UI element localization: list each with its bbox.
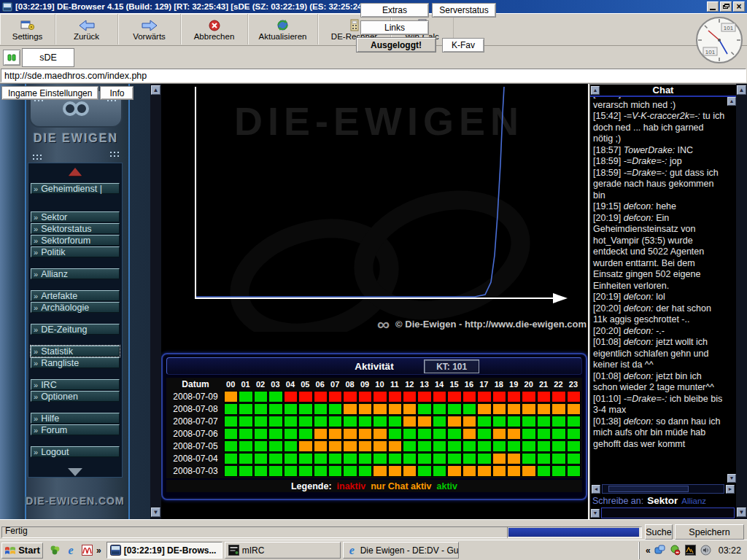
activity-cell <box>477 391 491 402</box>
refresh-button[interactable]: Aktualisieren <box>248 14 318 44</box>
scroll-up-triangle-icon[interactable] <box>69 168 82 176</box>
sidebar-item-sektorstatus[interactable]: »Sektorstatus <box>31 223 120 234</box>
sidebar-item-archäologie[interactable]: »Archäologie <box>31 302 120 313</box>
messenger-icon[interactable] <box>654 545 666 556</box>
write-target-sektor[interactable]: Sektor <box>647 495 678 506</box>
scroll-up-button[interactable]: ▲ <box>727 97 736 106</box>
start-button[interactable]: Start <box>1 542 43 559</box>
scroll-up-button[interactable]: ▲ <box>737 85 746 95</box>
activity-cell <box>298 465 312 477</box>
activity-cell <box>284 440 298 452</box>
sidebar-item-allianz[interactable]: »Allianz <box>31 268 120 279</box>
sidebar-item-logout[interactable]: »Logout <box>31 446 120 457</box>
write-target-allianz[interactable]: Allianz <box>681 497 706 505</box>
activity-date: 2008-07-03 <box>168 465 223 477</box>
activity-cell <box>224 440 238 452</box>
activity-cell <box>433 428 446 440</box>
winamp-icon[interactable] <box>80 544 93 556</box>
sidebar-item-sektorforum[interactable]: »Sektorforum <box>31 235 120 246</box>
sidebar-item-optionen[interactable]: »Optionen <box>31 391 120 402</box>
activity-cell <box>254 440 268 452</box>
hour-header: 02 <box>253 378 268 390</box>
hour-header: 17 <box>476 378 491 390</box>
legend-item: inaktiv <box>337 481 366 491</box>
task-mirc[interactable]: mIRC <box>225 542 341 559</box>
settings-button[interactable]: Settings <box>0 14 55 44</box>
sidebar-item-rangliste[interactable]: »Rangliste <box>31 357 120 368</box>
activity-cell <box>477 465 491 477</box>
activity-chart <box>161 84 588 332</box>
scroll-down-button[interactable]: ▼ <box>151 508 160 517</box>
hscroll-thumb[interactable] <box>608 486 689 492</box>
forward-arrow-icon <box>142 18 158 31</box>
activity-cell <box>388 403 402 415</box>
sidebar-item-irc[interactable]: »IRC <box>31 379 120 390</box>
k-fav-button[interactable]: K-Fav <box>442 38 484 52</box>
internet-explorer-icon[interactable]: e <box>64 544 77 556</box>
legend-item: nur Chat aktiv <box>371 481 431 491</box>
scroll-up-button[interactable]: ▲ <box>151 85 160 95</box>
activity-cell <box>433 440 446 452</box>
toolbar-right-cluster: Extras Serverstatus Links Ausgeloggt! K-… <box>356 3 499 67</box>
activity-cell <box>239 440 252 452</box>
suche-button[interactable]: Suche <box>645 524 673 540</box>
chevron-right-icon: » <box>34 414 38 423</box>
sidebar-item-geheimdienst[interactable]: »Geheimdienst | <box>31 183 120 194</box>
winamp-tray-icon[interactable] <box>685 545 697 556</box>
minimize-button[interactable] <box>707 1 719 12</box>
activity-cell <box>447 465 461 477</box>
icq-status-icon[interactable] <box>670 545 681 556</box>
quicklaunch-overflow-chevron[interactable]: » <box>96 545 101 556</box>
activity-cell <box>567 391 581 402</box>
tray-overflow-chevron[interactable]: « <box>646 545 651 556</box>
hscroll-track[interactable] <box>602 484 724 494</box>
forward-button[interactable]: Vorwärts <box>118 14 181 44</box>
chat-scroll-up-button[interactable]: ▲ <box>591 86 600 95</box>
chat-input[interactable] <box>601 508 735 518</box>
volume-icon[interactable] <box>700 545 712 556</box>
activity-cell <box>284 465 298 477</box>
activity-cell <box>522 391 535 402</box>
serverstatus-button[interactable]: Serverstatus <box>432 3 496 18</box>
scroll-down-button[interactable]: ▼ <box>727 474 736 483</box>
activity-cell <box>224 391 238 402</box>
scroll-down-button[interactable]: ▼ <box>737 508 746 517</box>
links-button[interactable]: Links <box>360 20 429 35</box>
sidebar-item-artefakte[interactable]: »Artefakte <box>31 290 120 301</box>
close-button[interactable]: × <box>733 1 745 12</box>
tab-sde[interactable]: sDE <box>22 48 74 67</box>
info-button[interactable]: Info <box>100 86 133 100</box>
mirc-icon <box>228 545 239 556</box>
sidebar-item-sektor[interactable]: »Sektor <box>31 211 120 222</box>
sidebar-item-de-zeitung[interactable]: »DE-Zeitung <box>31 324 120 335</box>
activity-panel: Aktivität KT: 101 Datum00010203040506070… <box>161 353 587 500</box>
activity-cell <box>403 440 417 452</box>
activity-cell <box>537 403 551 415</box>
chevron-right-icon: » <box>34 292 38 300</box>
ausgeloggt-button[interactable]: Ausgeloggt! <box>356 37 436 52</box>
task-de-browser[interactable]: [03:22:19] DE-Brows... <box>107 542 222 559</box>
scroll-down-triangle-icon[interactable] <box>68 468 82 476</box>
url-input[interactable] <box>1 69 746 82</box>
scroll-right-button[interactable]: ► <box>726 485 735 494</box>
hour-header: 01 <box>238 378 252 390</box>
game-sidebar: Ingame Einstellungen Info DIE EWIGEN »Ge… <box>0 84 150 520</box>
task-die-ewigen[interactable]: e Die Ewigen - DE:DV - Gur... <box>343 542 459 559</box>
extras-button[interactable]: Extras <box>360 3 429 18</box>
restore-button[interactable] <box>720 1 732 12</box>
sidebar-item-politik[interactable]: »Politik <box>31 246 120 257</box>
sidebar-item-forum[interactable]: »Forum <box>31 424 120 435</box>
activity-cell <box>551 428 565 440</box>
cancel-button[interactable]: Abbrechen <box>181 14 248 44</box>
activity-cell <box>551 391 565 402</box>
scroll-down-button[interactable]: ▼ <box>591 509 600 518</box>
scroll-left-button[interactable]: ◄ <box>592 485 600 494</box>
sidebar-item-hilfe[interactable]: »Hilfe <box>31 413 120 424</box>
ingame-einstellungen-button[interactable]: Ingame Einstellungen <box>1 86 98 100</box>
taskbar: Start e » [03:22:19] DE-Brows... <box>0 540 747 560</box>
sidebar-item-statistik[interactable]: »Statistik <box>31 346 120 357</box>
miranda-icon[interactable] <box>48 544 61 556</box>
back-button[interactable]: Zurück <box>55 14 118 44</box>
sde-led-button[interactable] <box>3 50 20 66</box>
speichern-button[interactable]: Speichern <box>675 524 744 540</box>
